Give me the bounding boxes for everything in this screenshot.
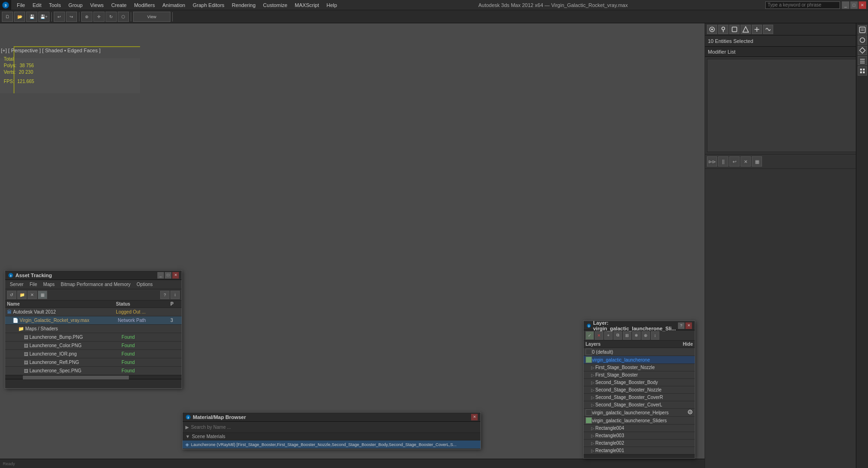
layer-tool-copy[interactable]: ⧉ xyxy=(614,331,622,340)
layer-tool-move[interactable]: ↕ xyxy=(651,331,659,340)
toolbar-rotate[interactable]: ↻ xyxy=(106,12,117,22)
asset-row-color[interactable]: 🖼 Launcherone_Color.PNG Found xyxy=(5,342,182,350)
layer-row-booster-nozzle[interactable]: ▷ First_Stage_Booster_Nozzle xyxy=(584,364,695,371)
toolbar-scale[interactable]: ⬡ xyxy=(118,12,129,22)
asset-menu-server[interactable]: Server xyxy=(7,281,26,288)
asset-minimize-btn[interactable]: _ xyxy=(157,272,164,279)
menu-help[interactable]: Help xyxy=(323,1,341,9)
menu-customize[interactable]: Customize xyxy=(259,1,291,9)
asset-row-refl[interactable]: 🖼 Launcherone_Refl.PNG Found xyxy=(5,358,182,367)
layer-panel-titlebar[interactable]: 3 Layer: virgin_galactic_launcherone_Sli… xyxy=(584,321,695,330)
layer-row-helpers[interactable]: virgin_galactic_launcherone_Helpers xyxy=(584,409,695,417)
asset-menu-maps[interactable]: Maps xyxy=(41,281,57,288)
make-unique-icon[interactable]: ▦ xyxy=(752,156,762,167)
toolbar-new[interactable]: 🗋 xyxy=(2,12,13,22)
mat-close-btn[interactable]: ✕ xyxy=(471,414,478,420)
menu-views[interactable]: Views xyxy=(86,1,107,9)
toolbar-open[interactable]: 📂 xyxy=(14,12,25,22)
asset-row-ior[interactable]: 🖼 Launcherone_IOR.png Found xyxy=(5,350,182,358)
close-button[interactable]: ✕ xyxy=(859,1,866,9)
icon-tab-4[interactable] xyxy=(858,56,867,65)
layer-scrollbar[interactable] xyxy=(584,454,695,458)
layer-tool-active[interactable]: ✓ xyxy=(586,331,594,340)
asset-close-btn[interactable]: ✕ xyxy=(172,272,179,279)
remove-modifier-icon[interactable]: ↩ xyxy=(729,156,740,167)
menu-animation[interactable]: Animation xyxy=(159,1,189,9)
menu-edit[interactable]: Edit xyxy=(29,1,45,9)
asset-tracking-titlebar[interactable]: 3 Asset Tracking _ □ ✕ xyxy=(5,271,182,280)
menu-graph-editors[interactable]: Graph Editors xyxy=(189,1,228,9)
layer-row-sliders[interactable]: virgin_galactic_launcherone_Sliders xyxy=(584,417,695,425)
layer-row-rect002[interactable]: ▷ Rectangle002 xyxy=(584,440,695,447)
toolbar-select[interactable]: ⊕ xyxy=(81,12,92,22)
asset-config-btn[interactable]: ▦ xyxy=(38,291,47,299)
asset-menu-bitmap[interactable]: Bitmap Performance and Memory xyxy=(58,281,134,288)
asset-restore-btn[interactable]: □ xyxy=(165,272,171,279)
menu-rendering[interactable]: Rendering xyxy=(228,1,260,9)
menu-file[interactable]: File xyxy=(13,1,29,9)
asset-row-vault[interactable]: 🏛 Autodesk Vault 2012 Logged Out ... xyxy=(5,308,182,316)
minimize-button[interactable]: _ xyxy=(842,1,849,9)
layer-row-rect001[interactable]: ▷ Rectangle001 xyxy=(584,447,695,454)
pause-icon[interactable]: || xyxy=(718,156,728,167)
icon-tab-1[interactable] xyxy=(858,25,867,35)
main-search-input[interactable] xyxy=(765,1,840,9)
asset-scrollbar-thumb[interactable] xyxy=(23,376,129,379)
icon-tab-2[interactable] xyxy=(858,35,867,45)
material-browser-titlebar[interactable]: 3 Material/Map Browser ✕ xyxy=(183,412,480,422)
asset-row-spec[interactable]: 🖼 Launcherone_Spec.PNG Found xyxy=(5,367,182,375)
asset-menu-file[interactable]: File xyxy=(27,281,40,288)
layer-close-btn[interactable]: ✕ xyxy=(685,322,692,329)
asset-setpath-btn[interactable]: 📁 xyxy=(17,291,27,299)
rp-icon-shape[interactable] xyxy=(741,25,751,34)
layer-tool-add[interactable]: + xyxy=(604,331,613,340)
rp-icon-helper[interactable] xyxy=(752,25,762,34)
layer-row-rect003[interactable]: ▷ Rectangle003 xyxy=(584,432,695,440)
layer-row-default[interactable]: 0 (default) xyxy=(584,348,695,356)
toolbar-save-as[interactable]: 💾+ xyxy=(38,12,49,22)
rp-icon-camera[interactable] xyxy=(707,25,717,34)
icon-tab-3[interactable] xyxy=(858,46,867,55)
asset-row-maps[interactable]: 📁 Maps / Shaders xyxy=(5,325,182,333)
layer-helpers-ctrl[interactable] xyxy=(586,409,592,416)
delete-modifier-icon[interactable]: ✕ xyxy=(741,156,751,167)
icon-tab-5[interactable] xyxy=(858,66,867,76)
layer-help-btn[interactable]: ? xyxy=(678,322,685,329)
mat-search-input[interactable] xyxy=(191,425,478,430)
asset-help-btn[interactable]: ? xyxy=(160,291,169,299)
layer-tool-close[interactable]: ✕ xyxy=(595,331,603,340)
layer-row-second-coverl[interactable]: ▷ Second_Stage_Booster_CoverL xyxy=(584,401,695,409)
layer-row-second-coverr[interactable]: ▷ Second_Stage_Booster_CoverR xyxy=(584,394,695,401)
layer-launcherone-ctrl[interactable] xyxy=(586,356,592,363)
menu-create[interactable]: Create xyxy=(107,1,130,9)
menu-maxscript[interactable]: MAXScript xyxy=(291,1,323,9)
rp-icon-light[interactable] xyxy=(718,25,728,34)
rp-icon-geo[interactable] xyxy=(729,25,740,34)
layer-tool-merge[interactable]: ⊞ xyxy=(623,331,631,340)
asset-strip-btn[interactable]: ✕ xyxy=(28,291,37,299)
asset-scrollbar[interactable] xyxy=(5,375,182,379)
layer-row-first-booster[interactable]: ▷ First_Stage_Booster xyxy=(584,371,695,379)
asset-row-file[interactable]: 📄 Virgin_Galactic_Rocket_vray.max Networ… xyxy=(5,316,182,325)
asset-refresh-btn[interactable]: ↺ xyxy=(7,291,16,299)
asset-info-btn[interactable]: i xyxy=(170,291,180,299)
layer-row-second-nozzle[interactable]: ▷ Second_Stage_Booster_Nozzle xyxy=(584,386,695,394)
layer-default-ctrl[interactable] xyxy=(586,349,592,355)
toolbar-move[interactable]: ✛ xyxy=(93,12,105,22)
toolbar-undo[interactable]: ↩ xyxy=(54,12,65,22)
asset-row-bump[interactable]: 🖼 Launcherone_Bump.PNG Found xyxy=(5,333,182,342)
layer-tool-select[interactable]: ⊕ xyxy=(642,331,650,340)
mat-launcherone-item[interactable]: ◈ Launcherone (VRayMtl) [First_Stage_Boo… xyxy=(183,440,480,449)
rp-icon-space-warp[interactable] xyxy=(763,25,773,34)
asset-menu-options[interactable]: Options xyxy=(134,281,155,288)
toolbar-redo[interactable]: ↪ xyxy=(66,12,77,22)
menu-modifiers[interactable]: Modifiers xyxy=(130,1,159,9)
pin-stack-icon[interactable]: ⊳⊳ xyxy=(707,156,717,167)
menu-group[interactable]: Group xyxy=(64,1,86,9)
toolbar-ref-coord[interactable]: View xyxy=(133,12,170,22)
layer-row-second-body[interactable]: ▷ Second_Stage_Booster_Body xyxy=(584,379,695,386)
layer-row-launcherone[interactable]: virgin_galactic_launcherone xyxy=(584,356,695,364)
toolbar-save[interactable]: 💾 xyxy=(26,12,37,22)
menu-tools[interactable]: Tools xyxy=(45,1,65,9)
layer-sliders-ctrl[interactable] xyxy=(586,417,592,424)
